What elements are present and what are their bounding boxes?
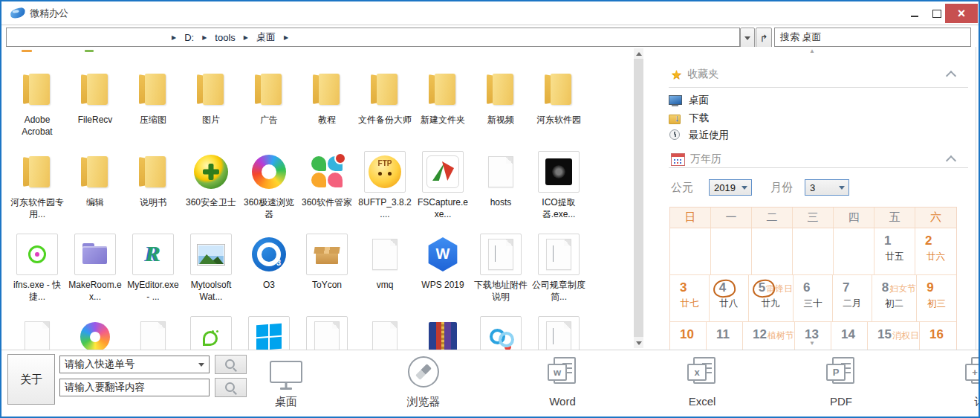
file-item[interactable] <box>356 310 414 350</box>
breadcrumb-item[interactable]: tools <box>215 32 235 43</box>
favorite-item[interactable]: 最近使用 <box>669 128 729 143</box>
calendar-cell[interactable] <box>834 228 874 274</box>
file-item[interactable] <box>414 310 472 350</box>
scroll-up-button[interactable] <box>634 48 643 59</box>
file-item[interactable]: vmq <box>356 228 414 310</box>
dock-item[interactable]: PPDF <box>811 355 871 408</box>
scroll-thumb[interactable] <box>634 59 643 337</box>
dock-item[interactable]: 浏览器 <box>394 355 453 409</box>
file-item[interactable]: 教程 <box>298 62 356 145</box>
scroll-down-button[interactable] <box>634 338 643 348</box>
search-box[interactable]: 搜索 桌面 <box>774 28 971 47</box>
express-input[interactable]: 请输入快递单号 <box>59 356 210 373</box>
collapse-icon[interactable] <box>946 155 956 166</box>
file-item[interactable]: 下载地址附件说明 <box>472 228 530 310</box>
file-item[interactable] <box>472 310 530 350</box>
file-item[interactable] <box>66 310 124 350</box>
express-search-button[interactable] <box>215 355 247 374</box>
file-item[interactable]: 广告 <box>240 62 298 145</box>
about-button[interactable]: 关于 <box>7 354 55 405</box>
calendar-cell[interactable] <box>752 228 793 274</box>
panel-scroll-up-icon[interactable] <box>809 48 815 54</box>
file-item[interactable]: FileRecv <box>66 62 124 145</box>
calendar-cell[interactable] <box>711 228 752 274</box>
calendar-cell[interactable]: 4廿八 <box>710 275 749 321</box>
file-item[interactable]: 河东软件园专用... <box>8 145 66 228</box>
calendar-header[interactable]: 万年历 <box>654 149 976 169</box>
file-item[interactable]: 新建文件夹 <box>414 62 472 145</box>
calendar-cell[interactable]: 10 <box>670 322 707 350</box>
file-item[interactable]: 文件备份大师 <box>356 62 414 145</box>
file-item[interactable]: ifns.exe - 快捷... <box>8 228 66 310</box>
calendar-cell[interactable]: 1廿五 <box>874 228 915 274</box>
file-item[interactable]: ICO提取器.exe... <box>530 145 588 228</box>
panel-scroll-down-icon[interactable] <box>809 340 815 347</box>
file-item[interactable] <box>240 310 298 350</box>
calendar-cell[interactable]: 7二月 <box>833 275 872 321</box>
file-item[interactable]: 360极速浏览器 <box>240 145 298 228</box>
maximize-button[interactable] <box>927 5 947 22</box>
file-item[interactable] <box>298 310 356 350</box>
scrollbar[interactable] <box>634 48 643 348</box>
file-item[interactable]: 新视频 <box>472 62 530 145</box>
file-item[interactable]: O3 <box>240 228 298 310</box>
favorite-item[interactable]: 下载 <box>669 111 709 126</box>
file-label: FSCapture.exe... <box>415 197 470 220</box>
file-item[interactable]: 编辑 <box>66 145 124 228</box>
calendar-cell[interactable]: 8妇女节初二 <box>872 275 917 321</box>
file-item[interactable]: ToYcon <box>298 228 356 310</box>
favorites-header[interactable]: 收藏夹 <box>654 65 976 84</box>
calendar-cell[interactable]: 11 <box>707 322 743 350</box>
calendar-cell[interactable]: 15消权日 <box>868 322 920 350</box>
dock-item[interactable]: +计 <box>950 355 980 409</box>
calendar-cell[interactable]: 16 <box>920 322 956 350</box>
translate-search-button[interactable] <box>215 378 247 397</box>
file-item[interactable]: MakeRoom.ex... <box>66 228 124 310</box>
breadcrumb-item[interactable]: 桌面 <box>256 30 276 44</box>
file-item[interactable]: 公司规章制度简... <box>530 228 588 310</box>
dock-item[interactable]: xExcel <box>672 355 732 408</box>
file-item[interactable]: 压缩图 <box>124 62 182 145</box>
calendar-cell[interactable]: 5雷锋日廿九 <box>749 275 794 321</box>
favorite-item[interactable]: 桌面 <box>669 93 709 108</box>
dock-item[interactable]: 桌面 <box>256 355 316 409</box>
file-item[interactable]: WPS 2019 <box>414 228 472 310</box>
file-item[interactable]: 图片 <box>182 62 240 145</box>
collapse-icon[interactable] <box>946 71 956 81</box>
file-item[interactable]: MyEditor.exe - ... <box>124 228 182 310</box>
file-item[interactable]: 说明书 <box>124 145 182 228</box>
calendar-cell[interactable]: 3廿七 <box>670 275 710 321</box>
file-item[interactable]: 8UFTP_3.8.2.... <box>356 145 414 228</box>
file-item[interactable] <box>530 310 588 350</box>
file-item[interactable]: 河东软件园 <box>530 62 588 145</box>
translate-input[interactable]: 请输入要翻译内容 <box>59 379 210 396</box>
calendar-cell[interactable] <box>670 228 711 274</box>
file-item[interactable]: 360软件管家 <box>298 145 356 228</box>
file-item[interactable]: hosts <box>472 145 530 228</box>
file-item[interactable]: FSCapture.exe... <box>414 145 472 228</box>
lunar-label: 廿九 <box>749 298 793 310</box>
calendar-cell[interactable]: 12植树节 <box>743 322 795 350</box>
month-select[interactable]: 3 <box>805 179 849 196</box>
calendar-cell[interactable]: 2廿六 <box>915 228 956 274</box>
address-bar[interactable]: ▶D:▶tools▶桌面▶ <box>6 28 740 47</box>
file-item[interactable]: Adobe Acrobat <box>8 62 66 145</box>
calendar-cell[interactable]: 14 <box>831 322 868 350</box>
doc-text-icon <box>546 321 571 350</box>
calendar-cell[interactable]: 9初三 <box>917 275 956 321</box>
file-item[interactable] <box>8 310 66 350</box>
folder-icon <box>542 74 575 105</box>
year-select[interactable]: 2019 <box>709 179 752 196</box>
address-dropdown-button[interactable] <box>740 28 755 48</box>
calendar-cell[interactable]: 6三十 <box>794 275 833 321</box>
calendar-cell[interactable] <box>793 228 834 274</box>
file-item[interactable] <box>124 310 182 350</box>
breadcrumb-item[interactable]: D: <box>184 32 194 43</box>
file-item[interactable]: Mytoolsoft Wat... <box>182 228 240 310</box>
go-button[interactable] <box>756 28 772 48</box>
minimize-button[interactable] <box>905 5 924 22</box>
close-button[interactable] <box>945 4 978 23</box>
dock-item[interactable]: wWord <box>533 355 592 408</box>
file-item[interactable] <box>182 310 240 350</box>
file-item[interactable]: 360安全卫士 <box>182 145 240 228</box>
